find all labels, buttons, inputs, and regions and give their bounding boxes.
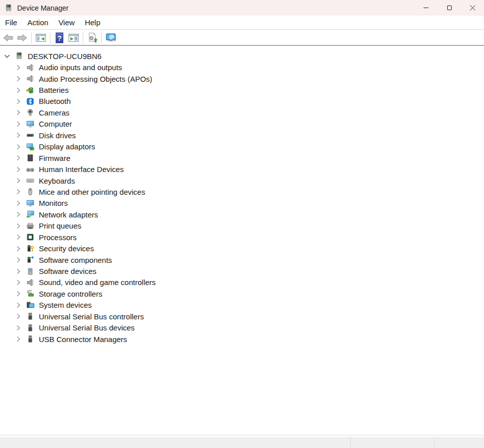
tree-item[interactable]: Cameras [0, 107, 484, 118]
chevron-right-icon[interactable] [14, 335, 22, 343]
tree-item[interactable]: Disk drives [0, 130, 484, 141]
show-action-pane-button[interactable] [67, 31, 81, 44]
tree-item[interactable]: Display adaptors [0, 141, 484, 152]
tree-item[interactable]: Sound, video and game controllers [0, 277, 484, 288]
tree-item-label: Software devices [39, 267, 96, 275]
software-device-icon [26, 267, 34, 275]
speaker-icon [26, 64, 34, 72]
chevron-right-icon[interactable] [14, 199, 22, 207]
tree-item[interactable]: Audio inputs and outputs [0, 62, 484, 73]
menu-bar: File Action View Help [0, 16, 484, 30]
chevron-right-icon[interactable] [14, 143, 22, 151]
tree-item[interactable]: Bluetooth [0, 96, 484, 107]
chevron-right-icon[interactable] [14, 97, 22, 105]
menu-view[interactable]: View [53, 16, 80, 29]
window-controls [414, 0, 484, 16]
tree-item[interactable]: Universal Serial Bus controllers [0, 311, 484, 322]
chevron-right-icon[interactable] [14, 120, 22, 128]
chevron-right-icon[interactable] [14, 131, 22, 139]
device-search-button[interactable] [104, 31, 118, 44]
menu-file[interactable]: File [0, 16, 22, 29]
chevron-right-icon[interactable] [14, 64, 22, 72]
tree-item-label: Batteries [39, 86, 69, 94]
tree-item[interactable]: USB Connector Managers [0, 333, 484, 345]
scan-for-hardware-changes-button[interactable] [85, 31, 99, 44]
system-devices-icon [26, 301, 34, 309]
chevron-right-icon[interactable] [14, 278, 22, 287]
tree-item-label: Cameras [39, 108, 70, 117]
chevron-right-icon[interactable] [14, 267, 22, 275]
chevron-right-icon[interactable] [14, 86, 22, 94]
printer-icon [26, 222, 34, 230]
chevron-down-icon[interactable] [3, 52, 11, 60]
chevron-right-icon[interactable] [14, 188, 22, 196]
forward-arrow-icon [17, 32, 28, 43]
close-button[interactable] [461, 0, 484, 16]
tree-item[interactable]: Batteries [0, 84, 484, 95]
chevron-right-icon[interactable] [14, 222, 22, 230]
tree-item[interactable]: Network adapters [0, 209, 484, 220]
display-adapter-icon [26, 143, 34, 151]
tree-item[interactable]: Processors [0, 232, 484, 243]
tree-item[interactable]: System devices [0, 300, 484, 311]
chevron-right-icon[interactable] [14, 154, 22, 162]
bottom-divider [0, 435, 484, 435]
tree-item[interactable]: Software devices [0, 265, 484, 276]
tree-item[interactable]: Monitors [0, 198, 484, 209]
tree-item[interactable]: Keyboards [0, 175, 484, 186]
chevron-right-icon[interactable] [14, 210, 22, 218]
tree-item-label: Storage controllers [39, 290, 102, 298]
tree-item[interactable]: Universal Serial Bus devices [0, 322, 484, 333]
menu-action[interactable]: Action [22, 16, 53, 29]
chevron-right-icon[interactable] [14, 312, 22, 320]
tree-item-label: Print queues [39, 221, 81, 230]
tree-item-label: Security devices [39, 244, 94, 253]
keyboard-icon [26, 177, 34, 185]
speaker-icon [26, 75, 34, 83]
tree-item[interactable]: Computer [0, 119, 484, 130]
tree-item-label: Bluetooth [39, 97, 71, 105]
chevron-right-icon[interactable] [14, 108, 22, 117]
network-adapter-icon [26, 210, 34, 218]
tree-root-item[interactable]: DESKTOP-UCU9BN6 [0, 50, 484, 62]
chevron-right-icon[interactable] [14, 324, 22, 332]
chevron-right-icon[interactable] [14, 245, 22, 253]
tree-item-label: Sound, video and game controllers [39, 278, 156, 287]
show-console-tree-button[interactable] [34, 31, 48, 44]
chevron-right-icon[interactable] [14, 233, 22, 241]
tree-item-label: Audio Processing Objects (APOs) [39, 75, 152, 83]
chevron-right-icon[interactable] [14, 177, 22, 185]
tree-item[interactable]: Mice and other pointing devices [0, 186, 484, 197]
forward-button[interactable] [15, 31, 29, 44]
toolbar-separator [83, 32, 83, 43]
help-button[interactable] [52, 31, 67, 44]
minimize-button[interactable] [414, 0, 438, 16]
tree-item[interactable]: Software components [0, 254, 484, 265]
scan-hardware-icon [87, 32, 98, 43]
monitor-search-icon [105, 32, 116, 43]
chevron-right-icon[interactable] [14, 75, 22, 83]
tree-item[interactable]: Audio Processing Objects (APOs) [0, 73, 484, 84]
mouse-icon [26, 188, 34, 196]
firmware-icon [26, 154, 34, 162]
chevron-right-icon[interactable] [14, 290, 22, 298]
desktop-pc-icon [15, 52, 23, 60]
chevron-right-icon[interactable] [14, 301, 22, 309]
tree-item[interactable]: Security devices [0, 243, 484, 254]
status-bar [0, 437, 484, 448]
tree-item[interactable]: Storage controllers [0, 288, 484, 299]
back-arrow-icon [3, 32, 14, 43]
device-tree: DESKTOP-UCU9BN6 Audio inputs and outputs… [0, 47, 484, 435]
menu-help[interactable]: Help [80, 16, 105, 29]
tree-item[interactable]: Human Interface Devices [0, 163, 484, 175]
chevron-right-icon[interactable] [14, 256, 22, 264]
back-button[interactable] [1, 31, 15, 44]
chevron-right-icon[interactable] [14, 165, 22, 174]
usb-icon [26, 335, 34, 343]
tree-item[interactable]: Firmware [0, 152, 484, 163]
monitor-icon [26, 199, 34, 207]
maximize-button[interactable] [438, 0, 461, 16]
processor-icon [26, 233, 34, 241]
tree-item[interactable]: Print queues [0, 220, 484, 232]
monitor-icon [26, 120, 34, 128]
